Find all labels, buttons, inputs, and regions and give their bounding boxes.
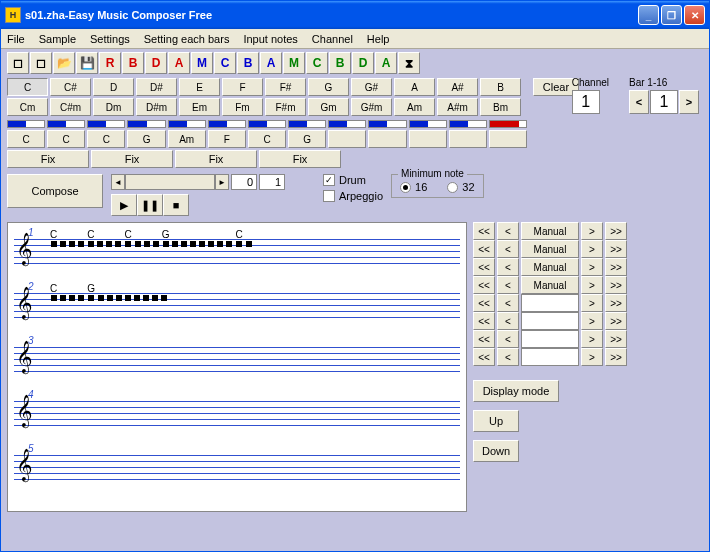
colorbar-seg-9[interactable] bbox=[368, 120, 406, 128]
down-button[interactable]: Down bbox=[473, 440, 519, 462]
fix-button-3[interactable]: Fix bbox=[175, 150, 257, 168]
row7-prev[interactable]: < bbox=[497, 348, 519, 366]
row7-next[interactable]: > bbox=[581, 348, 603, 366]
bar-prev-button[interactable]: < bbox=[629, 90, 649, 114]
key-major-b[interactable]: B bbox=[480, 78, 521, 96]
row5-fast-prev[interactable]: << bbox=[473, 312, 495, 330]
minimize-button[interactable]: _ bbox=[638, 5, 659, 25]
row0-next[interactable]: > bbox=[581, 222, 603, 240]
toolbar-letter-a-7[interactable]: A bbox=[260, 52, 282, 74]
row1-manual-button[interactable]: Manual bbox=[521, 240, 579, 258]
key-major-fsharp[interactable]: F# bbox=[265, 78, 306, 96]
colorbar-seg-1[interactable] bbox=[47, 120, 85, 128]
compose-button[interactable]: Compose bbox=[7, 174, 103, 208]
colorbar-seg-3[interactable] bbox=[127, 120, 165, 128]
row2-manual-button[interactable]: Manual bbox=[521, 258, 579, 276]
row4-prev[interactable]: < bbox=[497, 294, 519, 312]
menu-sample[interactable]: Sample bbox=[39, 33, 76, 45]
radio-32[interactable] bbox=[447, 182, 458, 193]
colorbar-seg-0[interactable] bbox=[7, 120, 45, 128]
key-minor-bm[interactable]: Bm bbox=[480, 98, 521, 116]
open-icon[interactable]: 📂 bbox=[53, 52, 75, 74]
maximize-button[interactable]: ❐ bbox=[661, 5, 682, 25]
row2-fast-prev[interactable]: << bbox=[473, 258, 495, 276]
save-icon[interactable]: 💾 bbox=[76, 52, 98, 74]
play-button[interactable]: ▶ bbox=[111, 194, 137, 216]
key-minor-dm[interactable]: Dm bbox=[93, 98, 134, 116]
key-major-asharp[interactable]: A# bbox=[437, 78, 478, 96]
row1-prev[interactable]: < bbox=[497, 240, 519, 258]
chord-slot-8[interactable] bbox=[328, 130, 366, 148]
chord-slot-0[interactable]: C bbox=[7, 130, 45, 148]
toolbar-letter-m-4[interactable]: M bbox=[191, 52, 213, 74]
key-major-dsharp[interactable]: D# bbox=[136, 78, 177, 96]
new-icon[interactable]: ◻ bbox=[7, 52, 29, 74]
fix-button-4[interactable]: Fix bbox=[259, 150, 341, 168]
scroll-track[interactable] bbox=[125, 174, 215, 190]
row6-next[interactable]: > bbox=[581, 330, 603, 348]
toolbar-letter-c-9[interactable]: C bbox=[306, 52, 328, 74]
colorbar-seg-7[interactable] bbox=[288, 120, 326, 128]
row3-prev[interactable]: < bbox=[497, 276, 519, 294]
key-major-f[interactable]: F bbox=[222, 78, 263, 96]
colorbar-seg-8[interactable] bbox=[328, 120, 366, 128]
pause-button[interactable]: ❚❚ bbox=[137, 194, 163, 216]
toolbar-letter-m-8[interactable]: M bbox=[283, 52, 305, 74]
close-button[interactable]: ✕ bbox=[684, 5, 705, 25]
row1-fast-next[interactable]: >> bbox=[605, 240, 627, 258]
chord-slot-5[interactable]: F bbox=[208, 130, 246, 148]
toolbar-letter-d-2[interactable]: D bbox=[145, 52, 167, 74]
chord-slot-9[interactable] bbox=[368, 130, 406, 148]
colorbar-seg-4[interactable] bbox=[168, 120, 206, 128]
row6-input[interactable] bbox=[521, 330, 579, 348]
key-major-csharp[interactable]: C# bbox=[50, 78, 91, 96]
number-box-2[interactable]: 1 bbox=[259, 174, 285, 190]
key-major-c[interactable]: C bbox=[7, 78, 48, 96]
row5-input[interactable] bbox=[521, 312, 579, 330]
row1-next[interactable]: > bbox=[581, 240, 603, 258]
key-minor-csharpm[interactable]: C#m bbox=[50, 98, 91, 116]
colorbar-seg-6[interactable] bbox=[248, 120, 286, 128]
new2-icon[interactable]: ◻ bbox=[30, 52, 52, 74]
row0-prev[interactable]: < bbox=[497, 222, 519, 240]
key-minor-fsharpm[interactable]: F#m bbox=[265, 98, 306, 116]
chord-slot-10[interactable] bbox=[409, 130, 447, 148]
key-minor-dsharpm[interactable]: D#m bbox=[136, 98, 177, 116]
row5-prev[interactable]: < bbox=[497, 312, 519, 330]
row0-fast-next[interactable]: >> bbox=[605, 222, 627, 240]
row6-fast-prev[interactable]: << bbox=[473, 330, 495, 348]
key-minor-gsharpm[interactable]: G#m bbox=[351, 98, 392, 116]
key-minor-asharpm[interactable]: A#m bbox=[437, 98, 478, 116]
row2-prev[interactable]: < bbox=[497, 258, 519, 276]
menu-channel[interactable]: Channel bbox=[312, 33, 353, 45]
row5-next[interactable]: > bbox=[581, 312, 603, 330]
colorbar-seg-11[interactable] bbox=[449, 120, 487, 128]
fix-button-1[interactable]: Fix bbox=[7, 150, 89, 168]
colorbar-seg-2[interactable] bbox=[87, 120, 125, 128]
row3-manual-button[interactable]: Manual bbox=[521, 276, 579, 294]
toolbar-letter-a-12[interactable]: A bbox=[375, 52, 397, 74]
chord-slot-12[interactable] bbox=[489, 130, 527, 148]
key-major-e[interactable]: E bbox=[179, 78, 220, 96]
row2-next[interactable]: > bbox=[581, 258, 603, 276]
key-major-gsharp[interactable]: G# bbox=[351, 78, 392, 96]
menu-help[interactable]: Help bbox=[367, 33, 390, 45]
row2-fast-next[interactable]: >> bbox=[605, 258, 627, 276]
row4-next[interactable]: > bbox=[581, 294, 603, 312]
row3-next[interactable]: > bbox=[581, 276, 603, 294]
row1-fast-prev[interactable]: << bbox=[473, 240, 495, 258]
arpeggio-checkbox[interactable] bbox=[323, 190, 335, 202]
toolbar-letter-a-3[interactable]: A bbox=[168, 52, 190, 74]
toolbar-letter-b-6[interactable]: B bbox=[237, 52, 259, 74]
chord-slot-3[interactable]: G bbox=[127, 130, 165, 148]
number-box-1[interactable]: 0 bbox=[231, 174, 257, 190]
key-minor-em[interactable]: Em bbox=[179, 98, 220, 116]
toolbar-letter-b-10[interactable]: B bbox=[329, 52, 351, 74]
display-mode-button[interactable]: Display mode bbox=[473, 380, 559, 402]
row6-prev[interactable]: < bbox=[497, 330, 519, 348]
colorbar-seg-10[interactable] bbox=[409, 120, 447, 128]
row4-fast-next[interactable]: >> bbox=[605, 294, 627, 312]
chord-slot-2[interactable]: C bbox=[87, 130, 125, 148]
stop-button[interactable]: ■ bbox=[163, 194, 189, 216]
row0-fast-prev[interactable]: << bbox=[473, 222, 495, 240]
